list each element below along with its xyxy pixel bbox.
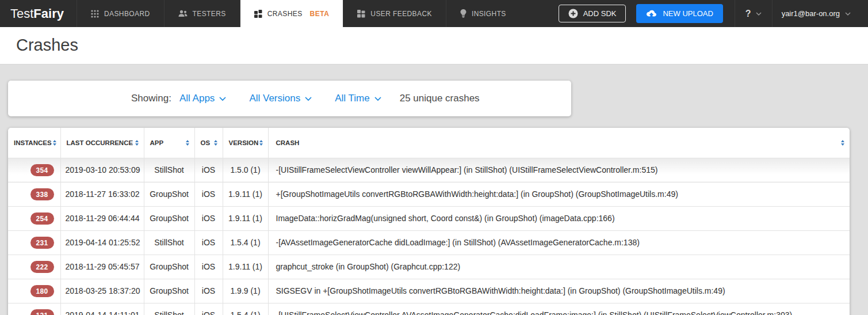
instances-cell: 354: [8, 158, 60, 182]
column-label: LAST OCCURRENCE: [67, 139, 133, 146]
tab-label: DASHBOARD: [104, 10, 150, 18]
page-title: Crashes: [16, 36, 852, 55]
version-filter-value: All Versions: [249, 93, 300, 104]
tab-crashes[interactable]: CRASHES BETA: [240, 0, 343, 27]
instances-cell: 222: [8, 255, 60, 279]
app-cell: GroupShot: [144, 182, 194, 206]
unique-crashes-count: 25 unique crashes: [400, 93, 480, 104]
crash-table: INSTANCES LAST OCCURRENCE APP OS VERSION: [8, 128, 850, 315]
time-filter-value: All Time: [335, 93, 369, 104]
instances-cell: 180: [8, 279, 60, 303]
chevron-down-icon: [374, 97, 381, 101]
column-label: CRASH: [276, 139, 300, 146]
instances-cell: 231: [8, 230, 60, 255]
beta-badge: BETA: [310, 10, 330, 18]
filter-bar: Showing: All Apps All Versions All Time …: [8, 81, 571, 116]
showing-label: Showing:: [131, 93, 171, 104]
table-row[interactable]: 222 2018-11-29 05:45:57 GroupShot iOS 1.…: [8, 255, 850, 279]
dashboard-grid-icon: [91, 10, 99, 18]
user-account-menu[interactable]: yair1@bar-on.org: [772, 0, 860, 27]
sort-icon: [53, 140, 56, 146]
table-row[interactable]: 121 2019-04-14 14:11:01 StillShot iOS 1.…: [8, 303, 850, 315]
crash-table-card: INSTANCES LAST OCCURRENCE APP OS VERSION: [8, 128, 850, 315]
last-occurrence-cell: 2019-04-14 01:25:52: [60, 230, 144, 255]
column-header-os[interactable]: OS: [194, 128, 223, 158]
new-upload-label: NEW UPLOAD: [663, 9, 713, 18]
os-cell: iOS: [194, 158, 223, 182]
table-row[interactable]: 231 2019-04-14 01:25:52 StillShot iOS 1.…: [8, 230, 850, 255]
version-cell: 1.9.9 (1): [223, 279, 268, 303]
version-cell: 1.5.0 (1): [223, 158, 268, 182]
add-sdk-button[interactable]: ADD SDK: [559, 5, 626, 22]
app-cell: GroupShot: [144, 279, 194, 303]
sort-icon: [135, 140, 139, 146]
instances-badge: 231: [30, 237, 54, 249]
column-header-app[interactable]: APP: [144, 128, 194, 158]
instances-badge: 254: [30, 212, 54, 225]
time-filter-dropdown[interactable]: All Time: [335, 93, 381, 104]
tab-label: USER FEEDBACK: [370, 10, 432, 18]
crash-cell: +[GroupShotImageUtils convertRGBtoRGBAWi…: [268, 182, 850, 206]
table-row[interactable]: 180 2018-03-25 18:37:20 GroupShot iOS 1.…: [8, 279, 850, 303]
sort-icon: [259, 140, 263, 146]
os-cell: iOS: [194, 182, 223, 206]
tab-user-feedback[interactable]: USER FEEDBACK: [343, 0, 446, 27]
table-header-row: INSTANCES LAST OCCURRENCE APP OS VERSION: [8, 128, 850, 158]
add-circle-icon: [568, 9, 578, 18]
os-cell: iOS: [194, 230, 223, 255]
sort-icon: [186, 140, 189, 146]
column-header-instances[interactable]: INSTANCES: [8, 128, 60, 158]
last-occurrence-cell: 2018-11-27 16:33:02: [60, 182, 144, 206]
app-cell: StillShot: [144, 158, 194, 182]
instances-badge: 121: [30, 309, 54, 315]
instances-badge: 338: [30, 188, 54, 200]
new-upload-button[interactable]: NEW UPLOAD: [636, 4, 722, 23]
app-cell: GroupShot: [144, 206, 194, 230]
sort-icon: [214, 140, 217, 146]
version-cell: 1.9.11 (1): [223, 255, 268, 279]
nav-right-actions: ADD SDK NEW UPLOAD ? yair1@bar-on.org: [559, 0, 868, 27]
os-cell: iOS: [194, 255, 223, 279]
table-row[interactable]: 354 2019-03-10 20:53:09 StillShot iOS 1.…: [8, 158, 850, 182]
instances-cell: 254: [8, 206, 60, 230]
tab-label: INSIGHTS: [472, 10, 506, 18]
crash-cell: -[UIStillFrameSelectViewController AVAss…: [268, 303, 850, 315]
column-header-crash[interactable]: CRASH: [268, 128, 850, 158]
crash-table-body: 354 2019-03-10 20:53:09 StillShot iOS 1.…: [8, 158, 850, 315]
last-occurrence-cell: 2018-11-29 06:44:44: [60, 206, 144, 230]
tab-insights[interactable]: INSIGHTS: [446, 0, 520, 27]
table-row[interactable]: 254 2018-11-29 06:44:44 GroupShot iOS 1.…: [8, 206, 850, 230]
add-sdk-label: ADD SDK: [583, 9, 617, 18]
logo-text-test: Test: [10, 6, 33, 21]
instances-badge: 180: [30, 285, 54, 297]
chevron-down-icon: [756, 12, 762, 16]
column-label: OS: [201, 139, 211, 146]
version-filter-dropdown[interactable]: All Versions: [249, 93, 312, 104]
app-filter-dropdown[interactable]: All Apps: [179, 93, 226, 104]
app-cell: GroupShot: [144, 255, 194, 279]
crash-cell: ImageData::horizGradMag(unsigned short, …: [268, 206, 850, 230]
chevron-down-icon: [845, 12, 851, 16]
os-cell: iOS: [194, 279, 223, 303]
column-header-version[interactable]: VERSION: [223, 128, 268, 158]
instances-badge: 222: [30, 261, 54, 273]
app-filter-value: All Apps: [179, 93, 215, 104]
page-header: Crashes: [0, 27, 868, 64]
tab-label: TESTERS: [193, 10, 226, 18]
help-menu[interactable]: ?: [735, 0, 772, 27]
sort-icon: [841, 140, 844, 146]
crash-cell: -[UIStillFrameSelectViewController viewW…: [268, 158, 850, 182]
tab-testers[interactable]: TESTERS: [164, 0, 240, 27]
last-occurrence-cell: 2019-03-10 20:53:09: [60, 158, 144, 182]
column-label: APP: [150, 139, 164, 146]
crash-cell: SIGSEGV in +[GroupShotImageUtils convert…: [268, 279, 850, 303]
testfairy-logo[interactable]: TestFairy: [0, 0, 77, 27]
table-row[interactable]: 338 2018-11-27 16:33:02 GroupShot iOS 1.…: [8, 182, 850, 206]
testers-icon: [178, 10, 188, 17]
top-navigation-bar: TestFairy DASHBOARD TESTERS: [0, 0, 868, 27]
instances-badge: 354: [30, 164, 54, 176]
tab-dashboard[interactable]: DASHBOARD: [77, 0, 164, 27]
chevron-down-icon: [305, 97, 312, 101]
column-header-last-occurrence[interactable]: LAST OCCURRENCE: [60, 128, 144, 158]
user-email: yair1@bar-on.org: [782, 9, 840, 18]
